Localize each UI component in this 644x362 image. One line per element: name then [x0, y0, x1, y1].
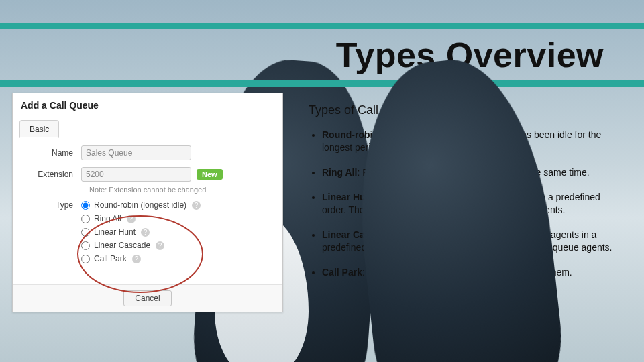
radio-label: Ring All: [94, 214, 121, 223]
help-icon[interactable]: ?: [141, 228, 150, 237]
extension-note: Note: Extension cannot be changed: [89, 186, 273, 194]
dialog-footer: Cancel: [13, 284, 282, 312]
item-desc: Routes callers to all available agents a…: [362, 167, 590, 178]
list-item: Ring All: Routes callers to all availabl…: [322, 166, 624, 179]
bg-shape: [436, 215, 537, 362]
title-bar: Types Overview: [0, 23, 644, 87]
tab-basic[interactable]: Basic: [19, 120, 59, 138]
slide-content: Types of Call Queues are: Round-robin: R…: [309, 102, 624, 290]
extension-input[interactable]: [81, 167, 191, 182]
item-name: Linear Cascade: [322, 229, 392, 240]
add-call-queue-dialog: Add a Call Queue Basic Name Extension Ne…: [12, 93, 283, 312]
help-icon[interactable]: ?: [192, 201, 201, 210]
radio-input[interactable]: [81, 241, 90, 250]
name-label: Name: [22, 148, 81, 158]
new-badge: New: [197, 169, 223, 180]
radio-input[interactable]: [81, 215, 90, 223]
type-label: Type: [22, 200, 81, 210]
radio-input[interactable]: [81, 228, 90, 237]
radio-label: Linear Hunt: [94, 227, 136, 237]
item-name: Ring All: [322, 167, 357, 178]
help-icon[interactable]: ?: [132, 255, 141, 263]
type-option-linear-hunt[interactable]: Linear Hunt ?: [81, 227, 201, 237]
name-input[interactable]: [81, 145, 191, 160]
item-desc: Routes callers to groups of available ag…: [322, 229, 612, 253]
radio-input[interactable]: [81, 201, 90, 210]
item-name: Round-robin: [322, 129, 378, 140]
content-heading: Types of Call Queues are:: [309, 102, 624, 118]
slide-background: Types Overview Types of Call Queues are:…: [0, 0, 644, 362]
type-option-call-park[interactable]: Call Park ?: [81, 254, 201, 263]
help-icon[interactable]: ?: [156, 241, 164, 250]
dialog-tabs: Basic: [13, 115, 282, 137]
slide-title: Types Overview: [336, 35, 604, 75]
dialog-body: Name Extension New Note: Extension canno…: [13, 137, 282, 278]
type-option-ring-all[interactable]: Ring All ?: [81, 214, 201, 223]
queue-types-list: Round-robin: Routes callers to the agent…: [309, 129, 624, 278]
item-desc: Routes callers to the available agents i…: [322, 192, 600, 215]
dialog-title: Add a Call Queue: [13, 93, 282, 115]
cancel-button[interactable]: Cancel: [123, 290, 171, 306]
list-item: Linear Cascade: Routes callers to groups…: [322, 229, 624, 254]
type-option-linear-cascade[interactable]: Linear Cascade ?: [81, 241, 201, 250]
radio-label: Round-robin (longest idle): [94, 200, 186, 210]
list-item: Linear Hunt: Routes callers to the avail…: [322, 191, 624, 217]
list-item: Round-robin: Routes callers to the agent…: [322, 129, 624, 154]
radio-label: Call Park: [94, 254, 127, 263]
item-desc: Places callers on hold until a user retr…: [368, 267, 572, 278]
type-radio-group: Round-robin (longest idle) ? Ring All ? …: [81, 200, 201, 263]
extension-label: Extension: [22, 170, 81, 179]
type-option-round-robin[interactable]: Round-robin (longest idle) ?: [81, 200, 201, 210]
item-name: Linear Hunt: [322, 192, 374, 202]
item-name: Call Park: [322, 267, 362, 278]
help-icon[interactable]: ?: [127, 215, 136, 223]
radio-input[interactable]: [81, 255, 90, 263]
radio-label: Linear Cascade: [94, 241, 150, 250]
list-item: Call Park: Places callers on hold until …: [322, 266, 624, 279]
